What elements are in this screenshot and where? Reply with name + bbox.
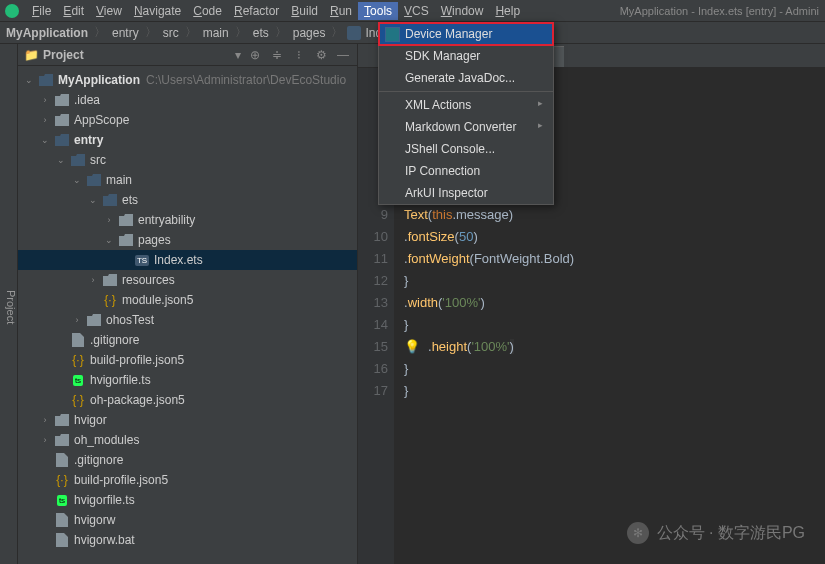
tree-node--gitignore[interactable]: .gitignore: [18, 330, 357, 350]
menu-vcs[interactable]: VCS: [398, 2, 435, 20]
crumb-myapplication[interactable]: MyApplication: [4, 26, 90, 40]
chevron-icon[interactable]: ⌄: [88, 195, 98, 205]
chevron-icon[interactable]: ›: [104, 215, 114, 225]
tree-node-index-ets[interactable]: TSIndex.ets: [18, 250, 357, 270]
line-number: 17: [358, 380, 388, 402]
tree-node-ets[interactable]: ⌄ets: [18, 190, 357, 210]
tree-label: MyApplication: [58, 73, 140, 87]
crumb-src[interactable]: src: [161, 26, 181, 40]
chevron-icon[interactable]: ›: [40, 115, 50, 125]
tree-node-ohostest[interactable]: ›ohosTest: [18, 310, 357, 330]
tree-label: main: [106, 173, 132, 187]
tree-node-appscope[interactable]: ›AppScope: [18, 110, 357, 130]
chevron-icon[interactable]: ⌄: [40, 135, 50, 145]
chevron-icon[interactable]: ›: [40, 415, 50, 425]
crumb-pages[interactable]: pages: [291, 26, 328, 40]
menu-item-markdown-converter[interactable]: Markdown Converter▸: [379, 116, 553, 138]
collapse-icon[interactable]: ⁝: [291, 47, 307, 63]
crumb-ets[interactable]: ets: [251, 26, 271, 40]
chevron-icon[interactable]: ⌄: [104, 235, 114, 245]
tree-node-main[interactable]: ⌄main: [18, 170, 357, 190]
menu-file[interactable]: File: [26, 2, 57, 20]
menu-item-arkui-inspector[interactable]: ArkUI Inspector: [379, 182, 553, 204]
code-line[interactable]: }: [404, 270, 825, 292]
chevron-icon[interactable]: ›: [72, 315, 82, 325]
chevron-icon[interactable]: ›: [40, 435, 50, 445]
menu-view[interactable]: View: [90, 2, 128, 20]
menu-item-xml-actions[interactable]: XML Actions▸: [379, 94, 553, 116]
chevron-icon[interactable]: ⌄: [56, 155, 66, 165]
crumb-main[interactable]: main: [201, 26, 231, 40]
code-line[interactable]: Text(this.message): [404, 204, 825, 226]
wechat-icon: ✻: [627, 522, 649, 544]
menu-tools[interactable]: Tools: [358, 2, 398, 20]
tree-node-entryability[interactable]: ›entryability: [18, 210, 357, 230]
folder-blue-icon: [38, 72, 54, 88]
menu-code[interactable]: Code: [187, 2, 228, 20]
file-icon: [70, 332, 86, 348]
code-line[interactable]: }: [404, 380, 825, 402]
menu-item-jshell-console-[interactable]: JShell Console...: [379, 138, 553, 160]
crumb-entry[interactable]: entry: [110, 26, 141, 40]
tree-node-hvigorfile-ts[interactable]: tshvigorfile.ts: [18, 490, 357, 510]
code-line[interactable]: }: [404, 358, 825, 380]
tree-label: resources: [122, 273, 175, 287]
code-line[interactable]: }: [404, 314, 825, 336]
code-line[interactable]: .width('100%'): [404, 292, 825, 314]
tree-label: src: [90, 153, 106, 167]
chevron-right-icon: ▸: [538, 120, 543, 130]
menu-build[interactable]: Build: [285, 2, 324, 20]
tree-node-hvigorw-bat[interactable]: hvigorw.bat: [18, 530, 357, 550]
chevron-icon[interactable]: ⌄: [24, 75, 34, 85]
tree-node-oh-modules[interactable]: ›oh_modules: [18, 430, 357, 450]
tools-menu-dropdown[interactable]: Device ManagerSDK ManagerGenerate JavaDo…: [378, 22, 554, 205]
menu-item-ip-connection[interactable]: IP Connection: [379, 160, 553, 182]
chevron-icon[interactable]: ›: [40, 95, 50, 105]
menu-item-generate-javadoc-[interactable]: Generate JavaDoc...: [379, 67, 553, 89]
project-tree[interactable]: ⌄MyApplicationC:\Users\Administrator\Dev…: [18, 66, 357, 564]
tree-node-oh-package-json5[interactable]: {·}oh-package.json5: [18, 390, 357, 410]
tree-node-module-json5[interactable]: {·}module.json5: [18, 290, 357, 310]
tree-label: oh_modules: [74, 433, 139, 447]
folder-icon: [54, 432, 70, 448]
tree-node-pages[interactable]: ⌄pages: [18, 230, 357, 250]
menu-refactor[interactable]: Refactor: [228, 2, 285, 20]
tree-label: ets: [122, 193, 138, 207]
tree-node-hvigorfile-ts[interactable]: tshvigorfile.ts: [18, 370, 357, 390]
tree-node-hvigor[interactable]: ›hvigor: [18, 410, 357, 430]
tree-label: hvigorfile.ts: [90, 373, 151, 387]
tree-node-resources[interactable]: ›resources: [18, 270, 357, 290]
tree-label: pages: [138, 233, 171, 247]
tree-node-build-profile-json5[interactable]: {·}build-profile.json5: [18, 470, 357, 490]
menu-run[interactable]: Run: [324, 2, 358, 20]
chevron-icon[interactable]: ⌄: [72, 175, 82, 185]
code-line[interactable]: .fontSize(50): [404, 226, 825, 248]
tree-node-myapplication[interactable]: ⌄MyApplicationC:\Users\Administrator\Dev…: [18, 70, 357, 90]
menu-navigate[interactable]: Navigate: [128, 2, 187, 20]
tree-node-src[interactable]: ⌄src: [18, 150, 357, 170]
menu-edit[interactable]: Edit: [57, 2, 90, 20]
json-icon: {·}: [70, 392, 86, 408]
json-icon: {·}: [70, 352, 86, 368]
folder-icon: [118, 212, 134, 228]
settings-icon[interactable]: ⚙: [313, 47, 329, 63]
folder-icon: [54, 112, 70, 128]
tree-node--gitignore[interactable]: .gitignore: [18, 450, 357, 470]
code-line[interactable]: 💡.height('100%'): [404, 336, 825, 358]
code-line[interactable]: .fontWeight(FontWeight.Bold): [404, 248, 825, 270]
menu-help[interactable]: Help: [489, 2, 526, 20]
locate-icon[interactable]: ⊕: [247, 47, 263, 63]
hide-icon[interactable]: —: [335, 47, 351, 63]
tree-node-hvigorw[interactable]: hvigorw: [18, 510, 357, 530]
expand-icon[interactable]: ≑: [269, 47, 285, 63]
menu-window[interactable]: Window: [435, 2, 490, 20]
file-icon: [54, 512, 70, 528]
side-tab-project[interactable]: Project: [0, 44, 18, 564]
tree-node-entry[interactable]: ⌄entry: [18, 130, 357, 150]
tree-node-build-profile-json5[interactable]: {·}build-profile.json5: [18, 350, 357, 370]
chevron-icon[interactable]: ›: [88, 275, 98, 285]
tree-node--idea[interactable]: ›.idea: [18, 90, 357, 110]
menu-item-sdk-manager[interactable]: SDK Manager: [379, 45, 553, 67]
menu-item-device-manager[interactable]: Device Manager: [379, 23, 553, 45]
file-icon: [54, 532, 70, 548]
